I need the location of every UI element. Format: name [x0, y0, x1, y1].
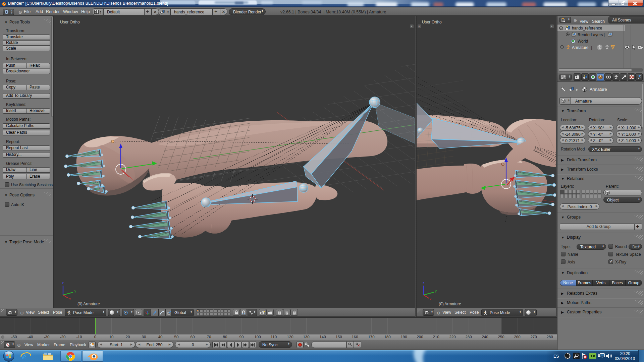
svg-text:+: +: [551, 25, 552, 28]
svg-text:+: +: [418, 25, 420, 28]
svg-text:i: i: [6, 10, 7, 14]
svg-text:y: y: [74, 289, 76, 293]
svg-text:User Ortho: User Ortho: [60, 20, 80, 24]
svg-text:+: +: [411, 25, 412, 28]
svg-text:y: y: [435, 289, 437, 293]
svg-text:z: z: [423, 281, 424, 285]
svg-text:(0) Armature: (0) Armature: [439, 302, 461, 306]
svg-text:z: z: [62, 281, 64, 285]
svg-text:User Ortho: User Ortho: [422, 20, 442, 24]
svg-text:x: x: [69, 297, 71, 301]
svg-text:(0) Armature: (0) Armature: [77, 302, 100, 306]
svg-text:x: x: [430, 297, 431, 301]
